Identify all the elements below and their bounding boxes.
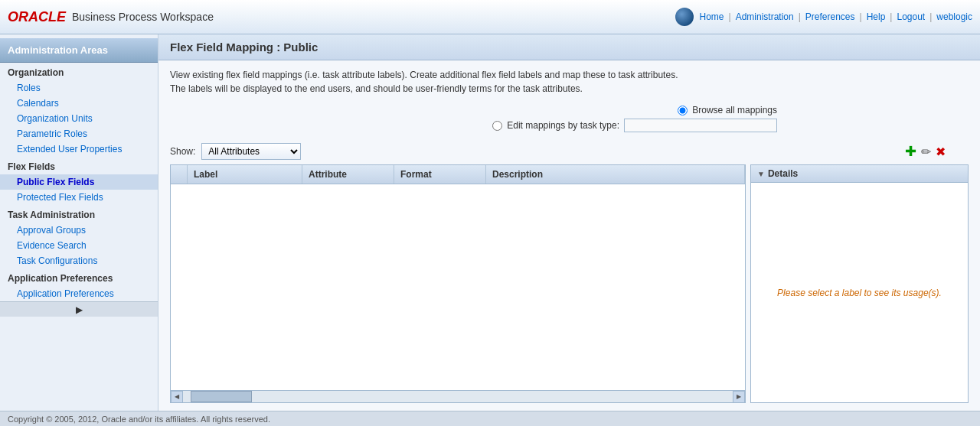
sidebar-item-approval-groups[interactable]: Approval Groups (0, 223, 158, 238)
description-line1: View existing flex field mappings (i.e. … (170, 70, 678, 80)
main-panels: Label Attribute Format Description ◀ ▶ (170, 164, 969, 403)
logo-area: ORACLE Business Process Workspace (8, 9, 214, 25)
details-message: Please select a label to see its usage(s… (777, 288, 942, 298)
th-format: Format (394, 165, 486, 184)
sidebar-section-task-administration: Task Administration (0, 205, 158, 223)
sidebar: Administration Areas Organization Roles … (0, 34, 158, 411)
page-title: Flex Field Mapping : Public (170, 41, 318, 54)
details-header: ▼ Details (751, 165, 968, 183)
radio-section: Browse all mappings Edit mappings by tas… (170, 105, 777, 132)
sidebar-item-application-preferences[interactable]: Application Preferences (0, 286, 158, 301)
sidebar-section-application-preferences: Application Preferences (0, 268, 158, 286)
footer: Copyright © 2005, 2012, Oracle and/or it… (0, 411, 980, 426)
sidebar-title: Administration Areas (0, 38, 158, 63)
nav-links: Home | Administration | Preferences | He… (700, 11, 972, 22)
content-body: View existing flex field mappings (i.e. … (158, 60, 980, 411)
browse-all-label: Browse all mappings (692, 105, 777, 115)
home-link[interactable]: Home (700, 11, 724, 22)
scroll-track[interactable] (183, 391, 733, 402)
toolbar-icons: ✚ ✏ ✖ (905, 143, 946, 160)
table-area: Label Attribute Format Description ◀ ▶ (170, 164, 746, 403)
sidebar-item-roles[interactable]: Roles (0, 80, 158, 96)
help-link[interactable]: Help (867, 11, 886, 22)
sidebar-item-calendars[interactable]: Calendars (0, 96, 158, 111)
edit-by-task-radio[interactable] (492, 121, 502, 131)
oracle-logo: ORACLE (8, 9, 66, 25)
show-select[interactable]: All Attributes Text Number Date (201, 143, 301, 160)
details-body: Please select a label to see its usage(s… (751, 183, 968, 402)
preferences-link[interactable]: Preferences (805, 11, 855, 22)
user-link[interactable]: weblogic (936, 11, 972, 22)
help-globe-icon (675, 8, 694, 26)
table-header: Label Attribute Format Description (171, 165, 745, 184)
sidebar-item-task-configurations[interactable]: Task Configurations (0, 253, 158, 268)
task-type-input[interactable] (624, 119, 777, 132)
edit-icon[interactable]: ✏ (921, 145, 931, 159)
content-header: Flex Field Mapping : Public (158, 34, 980, 60)
th-label: Label (188, 165, 302, 184)
app-title: Business Process Workspace (72, 11, 214, 23)
scroll-right-arrow[interactable]: ▶ (733, 391, 745, 403)
edit-by-task-radio-row: Edit mappings by task type: (492, 119, 777, 132)
help-icon-area: Home | Administration | Preferences | He… (675, 8, 972, 26)
table-body (171, 184, 745, 390)
edit-by-task-label: Edit mappings by task type: (507, 120, 619, 131)
sidebar-scroll-arrow[interactable]: ▶ (0, 301, 158, 317)
show-label: Show: (170, 146, 195, 157)
sidebar-item-extended-user-properties[interactable]: Extended User Properties (0, 141, 158, 157)
sidebar-item-organization-units[interactable]: Organization Units (0, 111, 158, 126)
browse-all-radio[interactable] (678, 106, 688, 115)
footer-text: Copyright © 2005, 2012, Oracle and/or it… (8, 415, 270, 424)
scroll-thumb[interactable] (191, 391, 252, 402)
logout-link[interactable]: Logout (897, 11, 925, 22)
th-attribute: Attribute (302, 165, 394, 184)
delete-icon[interactable]: ✖ (936, 145, 946, 159)
toolbar: Show: All Attributes Text Number Date ✚ … (170, 143, 969, 160)
description-text: View existing flex field mappings (i.e. … (170, 68, 969, 96)
sidebar-item-public-flex-fields[interactable]: Public Flex Fields (0, 174, 158, 190)
main-layout: Administration Areas Organization Roles … (0, 34, 980, 411)
description-line2: The labels will be displayed to the end … (170, 83, 583, 94)
content-area: Flex Field Mapping : Public View existin… (158, 34, 980, 411)
sidebar-item-parametric-roles[interactable]: Parametric Roles (0, 126, 158, 141)
scroll-left-arrow[interactable]: ◀ (171, 391, 183, 403)
th-checkbox (171, 165, 188, 184)
details-title: Details (768, 168, 798, 179)
th-description: Description (486, 165, 745, 184)
administration-link[interactable]: Administration (736, 11, 794, 22)
details-toggle-icon[interactable]: ▼ (757, 170, 765, 178)
add-icon[interactable]: ✚ (905, 143, 916, 160)
sidebar-item-protected-flex-fields[interactable]: Protected Flex Fields (0, 190, 158, 205)
details-panel: ▼ Details Please select a label to see i… (750, 164, 969, 403)
sidebar-section-organization: Organization (0, 63, 158, 80)
header: ORACLE Business Process Workspace Home |… (0, 0, 980, 34)
sidebar-section-flex-fields: Flex Fields (0, 157, 158, 174)
browse-all-radio-row: Browse all mappings (678, 105, 777, 115)
sidebar-item-evidence-search[interactable]: Evidence Search (0, 238, 158, 253)
horizontal-scrollbar[interactable]: ◀ ▶ (171, 390, 745, 402)
